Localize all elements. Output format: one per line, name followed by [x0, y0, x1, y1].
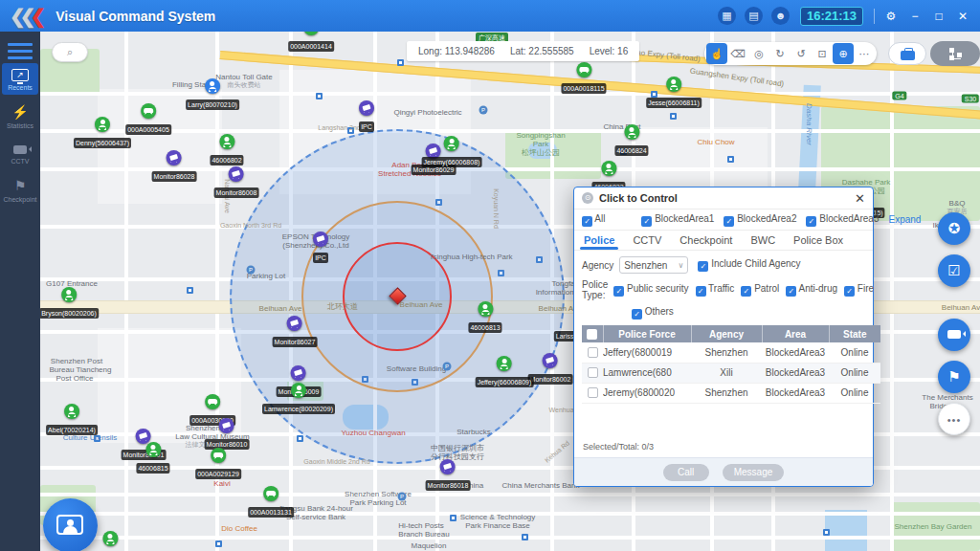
map-marker[interactable]: 000A0013131	[248, 486, 294, 518]
tab-bwc[interactable]: BWC	[750, 231, 775, 250]
more-tools-button[interactable]: ⋯	[854, 43, 875, 64]
map-marker[interactable]: Lamwrence(80020209)	[262, 383, 335, 415]
locate-crosshair-button[interactable]: ⊕	[833, 43, 854, 64]
close-button[interactable]: ✕	[955, 10, 970, 23]
cctv-camera-icon	[947, 330, 961, 339]
tab-cctv[interactable]: CCTV	[633, 231, 661, 250]
rotate-tool-button[interactable]: ↺	[791, 43, 812, 64]
video-call-button[interactable]	[43, 498, 98, 551]
video-call-icon	[56, 515, 83, 535]
sidebar-item-checkpoint[interactable]: ⚑ Checkpoint	[2, 172, 38, 207]
dialog-close-icon[interactable]: ✕	[855, 191, 865, 206]
more-layers-button[interactable]: •••	[938, 403, 970, 435]
map-marker[interactable]: Monitor86027	[273, 316, 318, 348]
tab-police-box[interactable]: Police Box	[793, 231, 843, 250]
map-marker[interactable]: IPC	[359, 100, 374, 133]
dashboard-icon[interactable]: ▦	[718, 7, 736, 25]
map-place-label: Koyuan N Rd	[493, 188, 500, 229]
map-marker[interactable]: 46006824	[614, 124, 648, 157]
checkpoint-flag-button[interactable]: ⚑	[938, 361, 970, 393]
row-checkbox[interactable]	[582, 383, 603, 403]
row-checkbox[interactable]	[582, 342, 603, 363]
map-marker[interactable]: Abel(70020214)	[46, 404, 98, 436]
map-marker[interactable]: Monitor86008	[214, 166, 259, 199]
vehicle-pin-icon	[211, 448, 226, 463]
type-others-checkbox[interactable]: ✓ Others	[632, 306, 865, 320]
type-traffic-checkbox[interactable]: ✓ Traffic	[696, 283, 735, 297]
marker-label: Abel(70020214)	[46, 425, 98, 435]
row-checkbox[interactable]	[582, 363, 603, 383]
type-fire-checkbox[interactable]: ✓ Fire	[844, 283, 874, 297]
person-pin-icon	[624, 124, 639, 140]
map-marker[interactable]: Bryson(80020206)	[40, 287, 99, 320]
filter-blockedarea1-checkbox[interactable]: ✓ BlockedArea1	[641, 213, 714, 227]
sidebar-item-statistics[interactable]: ⚡ Statistics	[2, 99, 38, 133]
device-check-button[interactable]: ☑	[938, 254, 970, 287]
cctv-button[interactable]	[938, 319, 970, 351]
recents-icon: ↗	[11, 69, 29, 81]
camera-pin-icon	[359, 100, 374, 116]
marker-label: 46006815	[136, 463, 169, 474]
type-patrol-checkbox[interactable]: ✓ Patrol	[741, 283, 779, 297]
map-marker[interactable]: 000A0005405	[125, 103, 171, 136]
checkpoint-icon: ⚑	[2, 178, 38, 193]
map-place-label: 松坪山公园	[522, 147, 560, 158]
officer-icon[interactable]: ☻	[771, 7, 790, 25]
type-anti-drug-checkbox[interactable]: ✓ Anti-drug	[786, 283, 837, 297]
org-tree-button[interactable]	[930, 41, 980, 66]
map-marker[interactable]: Monitor86018	[426, 459, 471, 492]
expand-link[interactable]: Expand	[889, 214, 922, 225]
pan-tool-button[interactable]: ☝	[706, 43, 727, 64]
filter-blockedarea3-checkbox[interactable]: ✓ BlockedArea3	[806, 213, 879, 227]
maximize-button[interactable]: □	[931, 10, 947, 23]
map-marker[interactable]: 000A0029129	[195, 448, 241, 480]
select-all-checkbox[interactable]	[582, 325, 603, 342]
toolbox-button[interactable]	[888, 42, 926, 65]
menu-hamburger-icon[interactable]	[8, 43, 33, 59]
tab-police[interactable]: Police	[584, 231, 614, 250]
map-place-label: Shenzhen Post	[51, 357, 102, 365]
map-search-button[interactable]: ⌕	[52, 42, 88, 62]
sidebar-item-recents[interactable]: ↗ Recents	[2, 63, 38, 95]
call-button[interactable]: Call	[663, 464, 709, 481]
map-feature	[297, 435, 303, 442]
map-marker[interactable]: Monitor86028	[152, 150, 197, 183]
include-child-agency-checkbox[interactable]: ✓ Include Child Agency	[698, 258, 800, 272]
police-shield-button[interactable]: ✪	[938, 212, 970, 245]
map-feature	[670, 113, 677, 120]
map-marker[interactable]: 46006815	[136, 442, 169, 474]
filter-all-checkbox[interactable]: ✓ All	[582, 213, 605, 227]
refresh-button[interactable]: ↻	[769, 43, 791, 64]
filter-blockedarea2-checkbox[interactable]: ✓ BlockedArea2	[724, 213, 796, 227]
settings-gear-icon[interactable]: ⚙	[883, 10, 899, 23]
box-select-button[interactable]: ⊡	[812, 43, 833, 64]
message-button[interactable]: Message	[723, 464, 785, 481]
coordinates-readout: Long: 113.948286 Lat: 22.555585 Level: 1…	[407, 41, 639, 61]
mark-location-button[interactable]: ◎	[748, 43, 769, 64]
minimize-button[interactable]: −	[907, 10, 923, 23]
clear-tool-button[interactable]: ⌫	[727, 43, 748, 64]
map-marker[interactable]: Monitor86002	[528, 353, 573, 386]
map-marker[interactable]: 000A0018115	[561, 62, 606, 95]
map-marker[interactable]: 000A0001414	[288, 32, 334, 53]
marker-label: Jeremy(66006808)	[422, 157, 482, 167]
map-marker[interactable]: 46006813	[468, 301, 501, 334]
map-marker[interactable]: Denny(56006437)	[74, 117, 131, 149]
vehicle-pin-icon	[205, 394, 220, 409]
agency-select[interactable]: Shenzhen ∨	[619, 256, 688, 274]
map-place-label: P	[479, 106, 488, 115]
map-marker[interactable]: Jeffery(66006809)	[476, 356, 534, 388]
camera-pin-icon	[313, 231, 328, 247]
map-marker[interactable]: Jesse(66006811)	[646, 77, 702, 109]
type-public-security-checkbox[interactable]: ✓ Public security	[613, 283, 688, 297]
map-marker[interactable]: 46006802	[210, 134, 243, 166]
sidebar-item-cctv[interactable]: CCTV	[2, 137, 38, 168]
map-marker[interactable]: IPC	[313, 231, 328, 264]
map-marker[interactable]: Jeremy(66006808)	[422, 136, 482, 168]
cell-area: BlockedArea3	[762, 342, 829, 363]
tab-checkpoint[interactable]: Checkpoint	[679, 231, 732, 250]
map-marker[interactable]: Monitor86010	[205, 418, 250, 451]
map-marker[interactable]: Larry(80070210)	[186, 78, 239, 111]
report-icon[interactable]: ▤	[745, 7, 763, 25]
map-marker[interactable]: 46006816	[93, 531, 126, 551]
